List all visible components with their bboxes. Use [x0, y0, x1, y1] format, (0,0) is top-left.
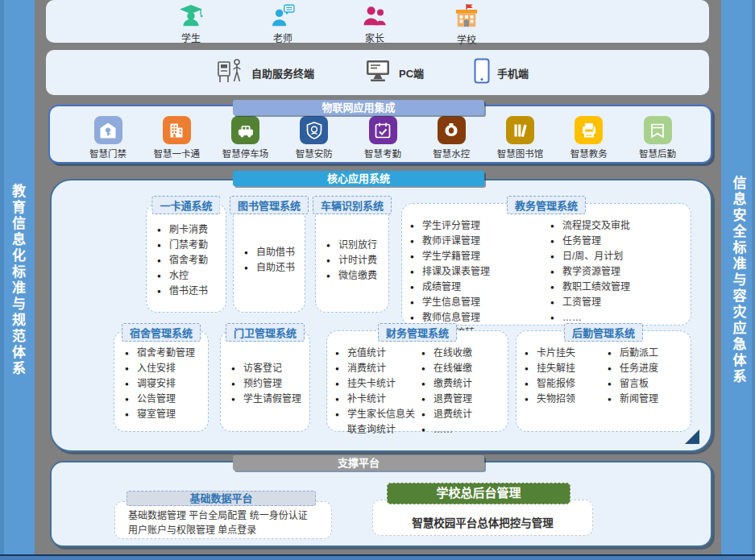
feature-list: 宿舍考勤管理入住安排调寝安排公告管理寝室管理 [125, 346, 205, 422]
feature-item: 失物招领 [525, 392, 603, 407]
system-box-columns: 卡片挂失挂失解挂智能报修失物招领后勤派工任务进度留言板新闻管理 [516, 331, 691, 431]
base-data-platform-box: 基础数据管理 平台全局配置 统一身份认证 用户账户与权限管理 单点登录 [114, 501, 332, 539]
feature-item: 公告管理 [125, 392, 205, 407]
terminals-panel: 自助服务终端PC端手机端 [46, 50, 709, 95]
feature-item: 成绩管理 [410, 280, 546, 295]
iot-label: 智慧安防 [296, 147, 333, 160]
feature-list: 后勤派工任务进度留言板新闻管理 [608, 346, 686, 428]
feature-item: 教职工绩效管理 [550, 280, 686, 295]
terminal-label: 手机端 [497, 65, 529, 81]
school-admin-content: 智慧校园平台总体把控与管理 [373, 500, 592, 547]
kiosk-icon [217, 58, 244, 87]
system-box-title: 门卫管理系统 [226, 323, 305, 342]
system-box-title: 宿舍管理系统 [122, 323, 201, 342]
attendance-calendar-icon [369, 116, 397, 144]
right-standards-sidebar: 信息安全标准与容灾应急体系 [721, 0, 755, 560]
feature-item: 卡片挂失 [525, 346, 603, 361]
left-sidebar-label: 教育信息化标准与规范体系 [7, 184, 27, 377]
teacher-icon [270, 4, 296, 30]
water-control-icon [438, 116, 466, 144]
feature-item: 寝室管理 [125, 407, 205, 422]
base-platform-line2: 用户账户与权限管理 单点登录 [128, 525, 256, 536]
feature-item: 门禁考勤 [157, 238, 222, 253]
pc-icon [364, 59, 392, 86]
feature-list: 充值统计消费统计挂失卡统计补卡统计学生家长信息关联查询统计 [335, 346, 417, 438]
terminals-row: 自助服务终端PC端手机端 [46, 50, 709, 95]
feature-item: 挂失卡统计 [335, 376, 417, 392]
iot-label: 智慧停车场 [222, 147, 269, 160]
base-data-platform-title: 基础数据平台 [127, 491, 316, 506]
feature-item: 水控 [157, 268, 222, 284]
terminal-item: 手机端 [474, 58, 529, 87]
feature-item: 退费统计 [421, 407, 503, 422]
feature-item: 日/周、月计划 [550, 249, 686, 264]
core-section-header: 核心应用系统 [233, 171, 484, 186]
feature-item: 访客登记 [231, 361, 306, 376]
door-access-icon [94, 116, 122, 144]
system-box-title: 一卡通系统 [151, 196, 220, 214]
feature-item: 后勤派工 [608, 346, 686, 361]
user-item: 学校 [441, 4, 492, 46]
feature-item: 识别放行 [326, 238, 385, 253]
feature-item: 挂失解挂 [525, 361, 603, 376]
feature-item: 宿舍考勤 [157, 253, 222, 268]
system-box: 图书管理系统自助借书自助还书 [233, 203, 305, 313]
iot-item: 智慧考勤 [352, 116, 413, 160]
feature-item: 宿舍考勤管理 [125, 346, 205, 361]
terminal-label: 自助服务终端 [251, 65, 314, 81]
feature-item: 自助借书 [244, 245, 301, 260]
feature-item: 教学资源管理 [550, 264, 686, 280]
system-box-title: 图书管理系统 [230, 196, 309, 214]
feature-list: 刷卡消费门禁考勤宿舍考勤水控借书还书 [157, 222, 222, 299]
onecard-icon [163, 116, 191, 144]
feature-list: 在线收缴在线催缴缴费统计退费管理退费统计…… [421, 346, 503, 438]
feature-item: 借书还书 [157, 284, 222, 299]
school-admin-title: 学校总后台管理 [387, 483, 570, 504]
system-box-columns: 充值统计消费统计挂失卡统计补卡统计学生家长信息关联查询统计在线收缴在线催缴缴费统… [327, 331, 508, 441]
feature-list: 访客登记预约管理学生请假管理 [231, 361, 306, 407]
security-shield-icon [300, 116, 328, 144]
iot-label: 智慧图书馆 [497, 147, 544, 160]
feature-item: 任务管理 [550, 234, 686, 249]
feature-item: 留言板 [608, 376, 686, 392]
feature-item: 教师评课管理 [410, 234, 546, 249]
feature-item: 任务进度 [608, 361, 686, 376]
users-row: 学生老师家长学校 [46, 0, 709, 46]
system-box-body: 自助借书自助还书 [234, 204, 305, 312]
feature-item: 工资管理 [550, 295, 686, 310]
core-systems-panel: 一卡通系统刷卡消费门禁考勤宿舍考勤水控借书还书图书管理系统自助借书自助还书车辆识… [50, 179, 712, 452]
system-box-body: 刷卡消费门禁考勤宿舍考勤水控借书还书 [147, 204, 226, 312]
iot-label: 智慧考勤 [364, 147, 401, 160]
feature-item: 学生评分管理 [410, 218, 546, 234]
iot-label: 智慧一卡通 [154, 147, 201, 160]
feature-item: …… [421, 422, 503, 438]
system-box-title: 教务管理系统 [507, 196, 586, 214]
iot-item: 智慧门禁 [77, 116, 139, 160]
users-panel: 学生老师家长学校 [46, 0, 709, 43]
feature-item: 刷卡消费 [157, 222, 222, 238]
feature-item: 在线催缴 [421, 361, 503, 376]
phone-icon [474, 58, 490, 87]
terminal-item: PC端 [364, 59, 424, 86]
support-panel: 基础数据管理 平台全局配置 统一身份认证 用户账户与权限管理 单点登录 基础数据… [50, 461, 712, 547]
academic-printer-icon [575, 116, 603, 144]
feature-list: 自助借书自助还书 [244, 245, 301, 276]
feature-item: 入住安排 [125, 361, 205, 376]
user-label: 学生 [181, 31, 201, 44]
terminal-item: 自助服务终端 [217, 58, 314, 87]
user-item: 学生 [165, 4, 217, 46]
system-box: 财务管理系统充值统计消费统计挂失卡统计补卡统计学生家长信息关联查询统计在线收缴在… [326, 330, 508, 432]
feature-item: 计时计费 [326, 253, 385, 268]
user-label: 老师 [273, 31, 292, 44]
iot-label: 智慧水控 [433, 147, 470, 160]
user-item: 家长 [349, 4, 400, 46]
parents-icon [362, 4, 388, 30]
system-box-body: 访客登记预约管理学生请假管理 [221, 331, 309, 431]
iot-item: 智慧安防 [284, 116, 345, 160]
terminal-label: PC端 [399, 65, 424, 81]
iot-item: 智慧水控 [421, 116, 482, 160]
feature-item: 充值统计 [335, 346, 417, 361]
system-box: 一卡通系统刷卡消费门禁考勤宿舍考勤水控借书还书 [146, 203, 226, 313]
system-box: 宿舍管理系统宿舍考勤管理入住安排调寝安排公告管理寝室管理 [114, 330, 209, 432]
feature-list: 卡片挂失挂失解挂智能报修失物招领 [525, 346, 603, 428]
